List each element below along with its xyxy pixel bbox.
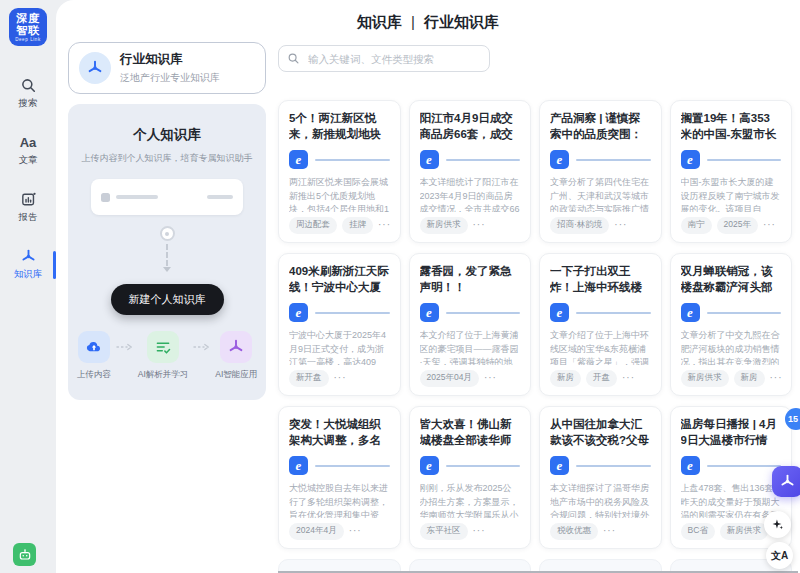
tag-pill: BC省 <box>681 523 715 540</box>
more-tags-button[interactable]: ··· <box>334 373 347 383</box>
doc-source-icon: e <box>681 456 700 475</box>
card-summary: 大悦城控股自去年以来进行了多轮组织架构调整，旨在优化管理和集中资源。2024年4… <box>289 482 390 518</box>
card-title: 从中国往加拿大汇款该不该交税?父母赠与... <box>550 416 651 449</box>
search-icon <box>287 52 300 65</box>
card-summary: 上盘478套、售出136套昨天的成交量好于预期大温的刚需买家仍在有条不紊地买房尽… <box>681 482 782 518</box>
divider <box>315 312 390 314</box>
step-ai-parse: AI解析并学习 <box>138 331 189 381</box>
translate-button[interactable]: 文A <box>766 542 793 569</box>
card-summary: 文章分析了第四代住宅在广州、天津和武汉等城市的政策动态与实际推广情况，广州通过特… <box>550 176 651 212</box>
card-summary: 刚刚，乐从发布2025公办招生方案，方案显示，华南师范大学附属乐从小学学区范围为… <box>420 482 521 518</box>
divider <box>446 465 521 467</box>
industry-kb-title: 行业知识库 <box>120 51 220 68</box>
more-tags-button[interactable]: ··· <box>484 373 497 383</box>
sidebar-item-knowledge-base[interactable]: 知识库 <box>0 243 56 286</box>
tag-pill: 挂牌 <box>342 217 373 234</box>
doc-source-icon: e <box>289 456 308 475</box>
page-title-left: 知识库 <box>357 13 402 32</box>
kb-article-card[interactable]: 双月蝉联销冠，该楼盘称霸浐河头部板块的... e 文章分析了中交九熙在合肥浐河板… <box>670 253 793 396</box>
assistant-robot-button[interactable] <box>13 543 36 566</box>
card-summary: 两江新区悦来国际会展城新推出5个优质规划地块，包括4个居住用地和1个服务设施兼商… <box>289 176 390 212</box>
more-tags-button[interactable]: ··· <box>622 373 635 383</box>
notification-badge[interactable]: 15 <box>785 408 800 430</box>
card-title: 双月蝉联销冠，该楼盘称霸浐河头部板块的... <box>681 263 782 296</box>
more-tags-button[interactable]: ··· <box>473 220 486 230</box>
tag-pill: 新房 <box>734 370 765 387</box>
article-aa-icon: Aa <box>20 134 37 151</box>
tag-pill: 税收优惠 <box>550 523 598 540</box>
card-title: 5个！两江新区悦来，新推规划地块 <box>289 110 390 143</box>
card-tags: 新开盘 ··· <box>289 370 390 386</box>
kb-article-card[interactable]: 阳江市4月9日成交商品房66套，成交均... e 本文详细统计了阳江市在2023… <box>409 100 532 243</box>
step-label: AI智能应用 <box>215 369 257 381</box>
more-tags-button[interactable]: ··· <box>473 526 486 536</box>
tag-pill: 东平社区 <box>420 523 468 540</box>
sidebar-item-label: 知识库 <box>14 268 43 281</box>
sidebar-item-label: 搜索 <box>19 97 38 110</box>
card-title: 一下子打出双王炸！上海中环线楼盘的天花... <box>550 263 651 296</box>
sidebar-item-articles[interactable]: Aa 文章 <box>0 129 56 172</box>
card-title: 皆大欢喜！佛山新城楼盘全部读华师附小，... <box>420 416 521 449</box>
tag-pill: 开盘 <box>586 370 617 387</box>
card-tags: 税收优惠 ··· <box>550 523 651 539</box>
tag-pill: 南宁 <box>681 217 712 234</box>
kb-assistant-float-button[interactable] <box>772 466 800 497</box>
cloud-upload-icon <box>78 331 110 363</box>
app-logo[interactable]: 深度智联 Deep Link <box>9 8 47 46</box>
kb-article-card[interactable]: 突发！大悦城组织架构大调整，多名高管离职 e 大悦城控股自去年以来进行了多轮组织… <box>278 406 401 549</box>
industry-kb-card[interactable]: 行业知识库 泛地产行业专业知识库 <box>68 42 266 94</box>
more-tags-button[interactable]: ··· <box>763 220 776 230</box>
divider <box>707 159 782 161</box>
doc-source-icon: e <box>681 303 700 322</box>
doc-source-icon: e <box>289 150 308 169</box>
divider <box>707 465 782 467</box>
kb-article-card[interactable]: 皆大欢喜！佛山新城楼盘全部读华师附小，... e 刚刚，乐从发布2025公办招生… <box>409 406 532 549</box>
step-label: 上传内容 <box>77 369 111 381</box>
card-title: 露香园，发了紧急声明！！ <box>420 263 521 296</box>
personal-kb-title: 个人知识库 <box>133 126 201 144</box>
ai-sparkle-button[interactable] <box>764 511 791 538</box>
tag-pill: 新房供求 <box>681 370 729 387</box>
search-bar[interactable] <box>278 45 490 72</box>
kb-article-card[interactable]: 409米刷新浙江天际线！宁波中心大厦正式... e 宁波中心大厦于2025年4月… <box>278 253 401 396</box>
tag-pill: 新房 <box>550 370 581 387</box>
more-tags-button[interactable]: ··· <box>770 373 783 383</box>
card-summary: 本文介绍了位于上海黄浦区的豪宅项目——露香园·天玺，强调其独特的地理位置和文化价… <box>420 329 521 365</box>
more-tags-button[interactable]: ··· <box>378 220 391 230</box>
doc-source-icon: e <box>420 303 439 322</box>
card-title: 产品洞察 | 谨慎探索中的品质突围：聚焦多... <box>550 110 651 143</box>
page-title: 知识库 | 行业知识库 <box>56 13 800 32</box>
card-tags: 新房供求 新房 ··· <box>681 370 782 386</box>
kb-article-card[interactable]: 从中国往加拿大汇款该不该交税?父母赠与... e 本文详细探讨了温哥华房地产市场… <box>539 406 662 549</box>
main-panel: 知识库 | 行业知识库 行业知识库 泛地产行业专业知识库 个人知识库 上传内容到… <box>56 0 800 573</box>
divider <box>707 312 782 314</box>
sidebar-item-search[interactable]: 搜索 <box>0 72 56 115</box>
search-input[interactable] <box>306 52 481 66</box>
card-title: 温房每日播报 | 4月9日大温楼市行情 <box>681 416 782 449</box>
doc-source-icon: e <box>420 150 439 169</box>
divider <box>315 465 390 467</box>
sparkle-icon <box>771 518 784 531</box>
tag-pill: 2025年04月 <box>420 370 479 387</box>
upload-illustration <box>91 179 243 272</box>
app-logo-subtext: Deep Link <box>15 37 41 42</box>
kb-article-card[interactable]: 一下子打出双王炸！上海中环线楼盘的天花... e 文章介绍了位于上海中环线区域的… <box>539 253 662 396</box>
illustration-arrow-down <box>163 267 171 272</box>
illustration-node <box>160 226 175 241</box>
kb-article-card[interactable]: 搁置19年！高353米的中国-东盟市长大厦“... e 中国-东盟市长大厦的建设… <box>670 100 793 243</box>
sidebar-item-reports[interactable]: 报告 <box>0 186 56 229</box>
card-summary: 本文详细探讨了温哥华房地产市场中的税务风险及合规问题，特别针对境外汇款、投资房产… <box>550 482 651 518</box>
page-title-right: 行业知识库 <box>424 13 499 32</box>
kb-article-card[interactable]: 5个！两江新区悦来，新推规划地块 e 两江新区悦来国际会展城新推出5个优质规划地… <box>278 100 401 243</box>
personal-kb-subtitle: 上传内容到个人知识库，培育专属知识助手 <box>82 152 253 165</box>
card-summary: 本文详细统计了阳江市在2023年4月9日的商品房成交情况，全市共成交66套商品房… <box>420 176 521 212</box>
kb-article-card[interactable]: 露香园，发了紧急声明！！ e 本文介绍了位于上海黄浦区的豪宅项目——露香园·天玺… <box>409 253 532 396</box>
create-personal-kb-button[interactable]: 新建个人知识库 <box>111 284 224 315</box>
sidebar: 深度智联 Deep Link 搜索 Aa 文章 报告 知识库 <box>0 0 56 573</box>
more-tags-button[interactable]: ··· <box>603 526 616 536</box>
more-tags-button[interactable]: ··· <box>349 526 362 536</box>
card-summary: 中国-东盟市长大厦的建设历程反映了南宁城市发展的变化。该项目自2006年启动，原… <box>681 176 782 212</box>
more-tags-button[interactable]: ··· <box>614 220 627 230</box>
tag-pill: 新房供求 <box>720 523 768 540</box>
kb-article-card[interactable]: 产品洞察 | 谨慎探索中的品质突围：聚焦多... e 文章分析了第四代住宅在广州… <box>539 100 662 243</box>
